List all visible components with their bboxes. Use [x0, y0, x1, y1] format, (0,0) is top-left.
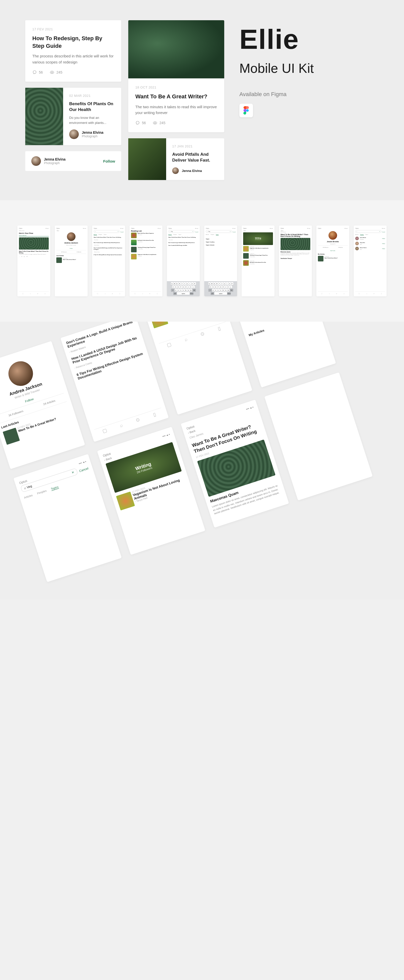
key-y[interactable]: Y: [221, 282, 223, 285]
card-redesign[interactable]: 17 FEV 2021 How To Redesign, Step By Ste…: [25, 20, 121, 82]
key-w[interactable]: W: [211, 282, 213, 285]
tab-peoples[interactable]: Peoples: [36, 489, 47, 496]
key-a[interactable]: A: [209, 285, 212, 288]
bottom-nav[interactable]: ▢⌕⊙▯: [318, 291, 348, 294]
key-x[interactable]: X: [215, 289, 217, 291]
item-title[interactable]: My Month On An Animal-Free Diet: [250, 262, 273, 263]
item-title[interactable]: Thinking Of Going Vegan? Read First.: [138, 247, 161, 248]
card-plants-health[interactable]: 02 MAR 2021 Benefits Of Plants On Our He…: [25, 88, 121, 145]
item-title[interactable]: Veganism Is Not About Loving Animals: [250, 248, 273, 249]
key-w[interactable]: W: [173, 282, 176, 285]
tab-topics[interactable]: Topics: [179, 234, 181, 235]
bookmark-icon[interactable]: ▯: [152, 411, 157, 417]
tab-articles[interactable]: Articles: [206, 234, 209, 235]
item-title[interactable]: How I Landed A UX/UI Design Job With No …: [93, 247, 124, 250]
key-r[interactable]: R: [216, 282, 218, 285]
profile-icon[interactable]: ⊙: [200, 331, 205, 337]
key-space[interactable]: space: [177, 292, 190, 295]
bookmark-icon[interactable]: ▯: [45, 293, 46, 294]
tab-peoples[interactable]: Peoples: [173, 234, 177, 235]
articles-count[interactable]: 24 Articles: [338, 247, 343, 248]
key-shift[interactable]: ⇧: [208, 289, 212, 291]
item-title[interactable]: Want To Be A Great Writer? Then Don't Fo…: [93, 237, 124, 238]
key-m[interactable]: M: [227, 289, 230, 291]
search-icon[interactable]: ⌕: [184, 336, 188, 342]
bottom-nav[interactable]: ▢⌕⊙▯: [94, 407, 163, 436]
key-f[interactable]: F: [217, 285, 219, 288]
article-title[interactable]: Want To Be A Great Writer? Then Don't Fo…: [19, 251, 49, 254]
item-title[interactable]: Don't Create A Logo. Build A Unique Bran…: [168, 242, 198, 243]
tab-articles[interactable]: Articles: [168, 234, 172, 235]
keyboard[interactable]: QWERTYUIOP ASDFGHJKL ⇧ZXCVBNM⌫ 123spacer…: [204, 281, 237, 296]
key-e[interactable]: E: [213, 282, 215, 285]
key-a[interactable]: A: [172, 285, 174, 288]
profile-icon[interactable]: ⊙: [37, 293, 38, 294]
home-icon[interactable]: ▢: [166, 341, 172, 348]
key-s[interactable]: S: [212, 285, 214, 288]
key-u[interactable]: U: [186, 282, 189, 285]
key-shift[interactable]: ⇧: [171, 289, 174, 291]
tab-topics[interactable]: Topics: [365, 234, 368, 235]
item-title[interactable]: Want To Be A Great Writer?: [18, 412, 71, 433]
articles-count[interactable]: 24 Articles: [43, 399, 56, 406]
home-icon[interactable]: ▢: [22, 293, 24, 294]
person-name[interactable]: Hector Owens: [360, 247, 381, 248]
back-button[interactable]: ‹ Back: [56, 230, 86, 231]
item-title[interactable]: My Month On An Animal-Free Diet: [138, 240, 161, 241]
key-j[interactable]: J: [187, 285, 190, 288]
back-button[interactable]: ‹ Back: [243, 230, 273, 231]
key-c[interactable]: C: [180, 289, 182, 291]
tab-articles[interactable]: Articles: [355, 234, 358, 235]
key-n[interactable]: N: [225, 289, 227, 291]
key-n[interactable]: N: [187, 289, 190, 291]
person-name[interactable]: Tanya Hart: [360, 242, 381, 243]
item-title[interactable]: Want To Be A Great Writer?: [325, 258, 348, 259]
bookmark-icon[interactable]: ▯: [217, 325, 221, 331]
key-p[interactable]: P: [194, 282, 196, 285]
key-return[interactable]: return: [190, 292, 193, 295]
item-title[interactable]: Want To Be A Great Writer?: [63, 259, 86, 260]
tab-featured[interactable]: Featured Articles: [19, 235, 49, 236]
item-title[interactable]: How I Landed A UX/UI Design Job With: [168, 245, 198, 246]
key-j[interactable]: J: [225, 285, 227, 288]
profile-icon[interactable]: ⊙: [135, 417, 141, 423]
keyboard[interactable]: QWERTYUIOP ASDFGHJKL ⇧ZXCVBNM⌫ 123spacer…: [167, 281, 200, 296]
bottom-nav[interactable]: ▢⌕⊙▯: [19, 291, 49, 294]
key-u[interactable]: U: [223, 282, 226, 285]
key-x[interactable]: X: [177, 289, 179, 291]
figma-icon[interactable]: [239, 103, 253, 117]
key-c[interactable]: C: [217, 289, 219, 291]
person-name[interactable]: Jenna Elvina: [360, 237, 381, 238]
tab-topics[interactable]: Topics: [104, 234, 106, 235]
item-title[interactable]: Thinking Of Going Vegan? Read First.: [250, 255, 273, 256]
key-f[interactable]: F: [180, 285, 182, 288]
key-k[interactable]: K: [227, 285, 230, 288]
search-input[interactable]: ⌕Veg✕: [168, 230, 195, 233]
item-title[interactable]: Myths And Facts About Veganism: [138, 232, 161, 234]
key-z[interactable]: Z: [175, 289, 177, 291]
search-icon[interactable]: ⌕: [119, 422, 124, 428]
clear-icon[interactable]: ✕: [118, 231, 119, 232]
key-e[interactable]: E: [176, 282, 178, 285]
key-i[interactable]: I: [189, 282, 191, 285]
cancel-button[interactable]: Cancel: [79, 467, 89, 473]
followers-count[interactable]: 34 Followers: [61, 251, 67, 253]
key-backspace[interactable]: ⌫: [230, 289, 233, 291]
key-i[interactable]: I: [226, 282, 228, 285]
cancel-button[interactable]: Cancel: [120, 231, 124, 232]
tab-topics[interactable]: Topics: [51, 485, 59, 491]
key-k[interactable]: K: [190, 285, 192, 288]
bottom-nav[interactable]: ▢⌕⊙▯: [159, 321, 228, 350]
key-123[interactable]: 123: [173, 292, 177, 295]
item-title[interactable]: Don't Create A Logo. Build A Unique Bran…: [93, 242, 124, 243]
item-title[interactable]: Want To Be A Great Writer? Then Don't Fo…: [168, 237, 198, 238]
bottom-nav[interactable]: ▢⌕⊙▯: [355, 291, 385, 294]
key-g[interactable]: G: [220, 285, 222, 288]
bottom-nav[interactable]: ▢⌕⊙▯: [131, 291, 161, 294]
tab-peoples[interactable]: Peoples: [211, 234, 214, 235]
key-t[interactable]: T: [181, 282, 183, 285]
clear-icon[interactable]: ✕: [192, 231, 193, 232]
key-l[interactable]: L: [230, 285, 232, 288]
key-y[interactable]: Y: [184, 282, 186, 285]
key-g[interactable]: G: [182, 285, 185, 288]
